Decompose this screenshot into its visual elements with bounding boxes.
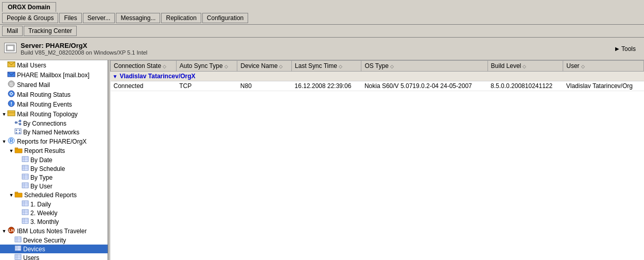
sort-icon: ◇ [163,64,166,69]
table-icon [22,200,29,208]
sidebar-item-device-security[interactable]: Device Security [0,236,108,245]
group-expand-icon[interactable]: ▼ [113,74,118,79]
sidebar-item-daily[interactable]: 1. Daily [0,200,108,209]
svg-line-15 [17,121,19,123]
sidebar-item-label: By Date [30,157,53,164]
expander-icon[interactable]: ▼ [8,193,14,198]
tab-server[interactable]: Server... [83,13,115,23]
sort-icon: ◇ [279,64,283,69]
sidebar-item-monthly[interactable]: 3. Monthly [0,217,108,226]
col-header-build-level[interactable]: Build Level◇ [488,61,563,72]
table-row[interactable]: ConnectedTCPN8016.12.2008 22:39:06Nokia … [111,81,644,91]
sidebar-item-by-user[interactable]: By User [0,182,108,190]
connections-icon [14,119,22,127]
sort-icon: ◇ [523,64,526,69]
sidebar-item-weekly[interactable]: 2. Weekly [0,209,108,217]
mailbox-icon [7,71,15,79]
sidebar-item-label: Mail Routing Status [17,91,71,98]
sidebar-item-users-item[interactable]: Users [0,253,108,260]
col-header-user[interactable]: User◇ [563,61,644,72]
sidebar-item-by-schedule[interactable]: By Schedule [0,164,108,173]
tools-label: Tools [621,45,636,53]
table-icon [14,254,22,260]
sidebar-item-label: By Named Networks [23,129,79,136]
expander-icon[interactable]: ▼ [1,112,7,117]
cell-build-level: 8.5.0.0.200810241122 [488,81,563,91]
svg-point-21 [19,132,21,134]
sort-icon: ◇ [581,64,585,69]
svg-rect-1 [7,46,13,50]
sidebar-item-mail-users[interactable]: Mail Users [0,60,108,70]
sidebar-item-by-type[interactable]: By Type [0,173,108,182]
svg-rect-54 [15,237,21,242]
sidebar-item-by-date[interactable]: By Date [0,155,108,164]
sidebar-item-devices[interactable]: Devices [0,245,108,253]
tab-configuration[interactable]: Configuration [202,13,248,23]
tab-messaging[interactable]: Messaging... [116,13,160,23]
sidebar-item-report-results[interactable]: ▼Report Results [0,146,108,155]
sidebar-item-lotus-traveler[interactable]: ▼LNIBM Lotus Notes Traveler [0,226,108,236]
sidebar-item-label: 3. Monthly [30,218,59,226]
col-label: Auto Sync Type [180,62,223,70]
col-label: Last Sync Time [295,62,337,70]
table-group-row[interactable]: ▼Vladislav Tatarincev/OrgX [111,72,644,81]
sidebar-item-routing-events[interactable]: Mail Routing Events [0,99,108,109]
sort-icon: ◇ [390,64,394,69]
col-header-os-type[interactable]: OS Type◇ [361,61,488,72]
svg-rect-28 [22,165,28,170]
tab-files[interactable]: Files [59,13,81,23]
sidebar-item-phare-mailbox[interactable]: PHARE Mailbox [mail.box] [0,70,108,80]
sidebar-item-routing-topology[interactable]: ▼Mail Routing Topology [0,109,108,119]
expander-icon[interactable]: ▼ [1,139,7,144]
col-header-device-name[interactable]: Device Name◇ [237,61,292,72]
svg-rect-58 [15,246,21,251]
sidebar-item-routing-status[interactable]: Mail Routing Status [0,90,108,99]
tab-replication[interactable]: Replication [161,13,201,23]
sidebar-item-label: Scheduled Reports [24,192,77,199]
sidebar-item-label: IBM Lotus Notes Traveler [17,228,86,235]
col-header-connection-state[interactable]: Connection State◇ [111,61,177,72]
svg-point-12 [15,122,17,124]
col-label: User [566,62,579,70]
server-text: Server: PHARE/OrgX Build V85_M2_08202008… [21,42,147,56]
reports-icon: R [7,137,15,146]
table-icon [22,156,29,164]
sidebar-item-by-connections[interactable]: By Connections [0,119,108,128]
expander-icon[interactable]: ▼ [8,148,14,153]
svg-rect-40 [22,201,28,206]
table-icon [22,182,29,190]
server-icon [4,43,16,53]
routing-status-icon [7,90,15,99]
server-header: Server: PHARE/OrgX Build V85_M2_08202008… [0,38,644,60]
sidebar-item-shared-mail[interactable]: SShared Mail [0,80,108,90]
sidebar-item-by-named-networks[interactable]: By Named Networks [0,128,108,136]
sidebar-item-label: Device Security [23,237,66,244]
server-build: Build V85_M2_08202008 on Windows/XP 5.1 … [21,49,147,56]
table-header: Connection State◇Auto Sync Type◇Device N… [111,61,644,72]
table-icon [14,245,22,253]
sidebar-item-label: PHARE Mailbox [mail.box] [17,72,90,79]
folder-icon [14,191,23,199]
subtab-tracking[interactable]: Tracking Center [24,26,77,36]
col-label: Device Name [240,62,277,70]
sidebar-item-scheduled-reports[interactable]: ▼Scheduled Reports [0,190,108,200]
col-header-last-sync-time[interactable]: Last Sync Time◇ [291,61,361,72]
col-header-auto-sync-type[interactable]: Auto Sync Type◇ [176,61,237,72]
tools-button[interactable]: ▶ Tools [611,44,640,54]
sort-icon: ◇ [339,64,342,69]
svg-point-13 [19,120,21,122]
subtab-mail[interactable]: Mail [2,26,23,36]
window-title-tab[interactable]: ORGX Domain [2,2,56,12]
sidebar-item-label: By Schedule [30,165,65,172]
svg-point-18 [16,130,18,131]
group-header-cell: ▼Vladislav Tatarincev/OrgX [111,72,644,81]
tools-arrow-icon: ▶ [615,46,619,51]
tab-people-groups[interactable]: People & Groups [2,13,58,23]
table-container[interactable]: Connection State◇Auto Sync Type◇Device N… [110,60,644,260]
sidebar-item-label: 2. Weekly [30,210,57,217]
col-label: OS Type [364,62,388,70]
expander-icon[interactable]: ▼ [1,229,7,234]
sidebar-item-reports-phare[interactable]: ▼RReports for PHARE/OrgX [0,136,108,146]
sidebar-item-label: 1. Daily [30,201,51,208]
cell-connection-state: Connected [111,81,177,91]
